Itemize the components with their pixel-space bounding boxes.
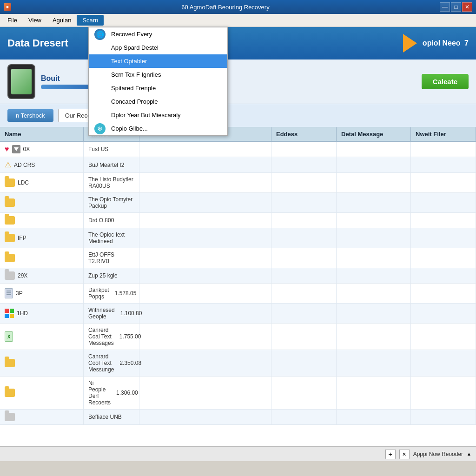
cell-eddess xyxy=(271,268,337,283)
cell-claned: Dankput Popqs 1.578.05 xyxy=(84,284,139,303)
minimize-button[interactable]: — xyxy=(440,2,450,12)
cell-detal xyxy=(337,284,411,303)
table-area: Name Claned Eddess Detal Message Nweit F… xyxy=(0,127,476,461)
action-row: n Tershock Our Recover xyxy=(0,104,476,127)
cell-empty xyxy=(139,173,271,192)
close-button[interactable]: ✕ xyxy=(462,2,472,12)
cell-name xyxy=(0,377,84,409)
folder-gray-icon xyxy=(5,413,15,421)
menu-view[interactable]: View xyxy=(23,15,47,26)
dropdown-item-copio[interactable]: ❄ Copio Gilbe... xyxy=(89,122,227,135)
dropdown-item-dplor[interactable]: Dplor Year But Miescaraly xyxy=(89,108,227,122)
folder-icon xyxy=(5,198,15,207)
title-bar: ■ 60 AgmoDaft Beouring Recovery — □ ✕ xyxy=(0,0,476,14)
col-detal: Detal Message xyxy=(337,127,411,141)
cell-nweit xyxy=(411,228,476,248)
cell-empty xyxy=(139,157,271,172)
cell-eddess xyxy=(271,213,337,228)
add-button[interactable]: + xyxy=(385,449,396,459)
dropdown-item-recoved-every[interactable]: 🌐 Recoved Every xyxy=(89,27,227,41)
tershock-button[interactable]: n Tershock xyxy=(7,109,53,122)
cell-claned: Beffiace UNB xyxy=(84,410,139,424)
cell-detal xyxy=(337,157,411,172)
menu-agulan[interactable]: Agulan xyxy=(47,15,77,26)
cell-detal xyxy=(337,268,411,283)
cell-nweit xyxy=(411,193,476,212)
table-header: Name Claned Eddess Detal Message Nweit F… xyxy=(0,127,476,142)
folder-gray-icon xyxy=(5,271,15,280)
heart-icon: ♥ xyxy=(5,145,9,153)
dropdown-item-spitared[interactable]: Spitared Frenple xyxy=(89,81,227,95)
folder-icon xyxy=(5,359,15,367)
cell-eddess xyxy=(271,324,337,350)
cell-empty xyxy=(139,304,271,323)
cell-detal xyxy=(337,350,411,376)
cell-nweit xyxy=(411,410,476,424)
cell-nweit xyxy=(411,173,476,192)
header-title: Data Dresert xyxy=(7,37,68,49)
cell-empty xyxy=(139,284,271,303)
cell-claned: BuJ Meartel I2 xyxy=(84,157,139,172)
cell-eddess xyxy=(271,350,337,376)
table-row: The Opio Tomyter Packup xyxy=(0,193,476,213)
menu-file[interactable]: File xyxy=(2,15,23,26)
cell-empty xyxy=(139,324,271,350)
table-row: Drd O.800 xyxy=(0,213,476,228)
header-section: Data Dresert opioI Neeo 7 xyxy=(0,27,476,60)
remove-button[interactable]: × xyxy=(399,449,410,459)
cell-detal xyxy=(337,193,411,212)
status-arrow: ▲ xyxy=(467,451,471,456)
cell-claned: Canrard Cool Text Messunge 2.350.08 xyxy=(84,350,139,376)
table-row: ⚠ AD CRS BuJ Meartel I2 xyxy=(0,157,476,173)
cell-eddess xyxy=(271,157,337,172)
window-title: 60 AgmoDaft Beouring Recovery xyxy=(11,4,440,11)
cell-eddess xyxy=(271,142,337,157)
table-row: 3P Dankput Popqs 1.578.05 xyxy=(0,284,476,304)
cell-detal xyxy=(337,248,411,268)
cell-detal xyxy=(337,213,411,228)
table-row: IFP The Opioc Iext Medineed xyxy=(0,228,476,248)
cell-eddess xyxy=(271,228,337,248)
download-icon xyxy=(12,145,20,153)
dropdown-item-concaed[interactable]: Concaed Propple xyxy=(89,95,227,108)
doc-icon xyxy=(5,288,13,298)
cell-claned: FusI US xyxy=(84,142,139,157)
globe-icon: 🌐 xyxy=(94,29,106,40)
cell-empty xyxy=(139,410,271,424)
maximize-button[interactable]: □ xyxy=(451,2,461,12)
cell-name xyxy=(0,410,84,424)
cell-detal xyxy=(337,410,411,424)
dropdown-item-text-optabler[interactable]: Text Optabler xyxy=(89,54,227,68)
option-label: opioI Neeo 7 xyxy=(423,39,469,47)
cell-detal xyxy=(337,324,411,350)
folder-icon xyxy=(5,178,15,187)
cell-nweit xyxy=(411,284,476,303)
snowflake-icon: ❄ xyxy=(94,123,106,134)
cell-name: 29X xyxy=(0,268,84,283)
dropdown-item-scrn-tox[interactable]: Scrn Tox F Ignrlies xyxy=(89,68,227,81)
caleate-button[interactable]: Caleate xyxy=(422,74,469,89)
cell-nweit xyxy=(411,268,476,283)
window-controls: — □ ✕ xyxy=(440,2,472,12)
cell-name: IFP xyxy=(0,228,84,248)
device-screen xyxy=(11,69,32,94)
cell-claned: The Opioc Iext Medineed xyxy=(84,228,139,248)
cell-nweit xyxy=(411,324,476,350)
cell-detal xyxy=(337,304,411,323)
cell-name: X xyxy=(0,324,84,350)
cell-name: ♥ 0X xyxy=(0,142,84,157)
cell-eddess xyxy=(271,410,337,424)
menu-scarn[interactable]: Scarn xyxy=(77,15,104,26)
cell-nweit xyxy=(411,248,476,268)
cell-name: LDC xyxy=(0,173,84,192)
status-text: Apppi Now Reooder xyxy=(413,451,463,457)
cell-claned: Drd O.800 xyxy=(84,213,139,228)
header-right: opioI Neeo 7 xyxy=(403,34,469,53)
cell-empty xyxy=(139,213,271,228)
cell-name: ⚠ AD CRS xyxy=(0,157,84,172)
table-row: ♥ 0X FusI US xyxy=(0,142,476,157)
cell-claned: Withnesed Geople 1.100.80 xyxy=(84,304,139,323)
cell-eddess xyxy=(271,377,337,409)
folder-icon xyxy=(5,234,15,242)
dropdown-item-app-spard[interactable]: App Spard Destel xyxy=(89,41,227,54)
